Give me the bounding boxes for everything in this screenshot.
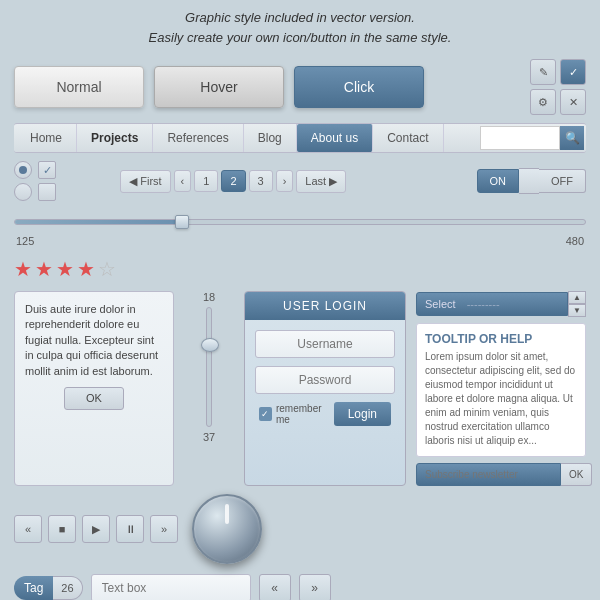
nav-item-projects[interactable]: Projects bbox=[77, 124, 153, 152]
star-2[interactable]: ★ bbox=[35, 257, 53, 281]
star-4[interactable]: ★ bbox=[77, 257, 95, 281]
nav-search-input[interactable] bbox=[480, 126, 560, 150]
tooltip-text: Lorem ipsum dolor sit amet, consectetur … bbox=[425, 350, 577, 448]
pagination-page-3[interactable]: 3 bbox=[249, 170, 273, 192]
subscribe-ok-button[interactable]: OK bbox=[561, 463, 592, 486]
volume-knob[interactable] bbox=[192, 494, 262, 564]
media-pause-button[interactable]: ⏸ bbox=[116, 515, 144, 543]
toggle-off[interactable]: OFF bbox=[539, 169, 586, 193]
check-icon-button[interactable]: ✓ bbox=[560, 59, 586, 85]
nav-item-aboutus[interactable]: About us bbox=[297, 124, 373, 152]
login-username-input[interactable] bbox=[255, 330, 395, 358]
login-button[interactable]: Login bbox=[334, 402, 391, 426]
nav-item-references[interactable]: References bbox=[153, 124, 243, 152]
right-panel: Select --------- ▲ ▼ TOOLTIP OR HELP Lor… bbox=[416, 291, 586, 486]
slider-values-1: 125 480 bbox=[14, 235, 586, 247]
star-3[interactable]: ★ bbox=[56, 257, 74, 281]
login-header: USER LOGIN bbox=[245, 292, 405, 320]
wrench-icon-button[interactable]: ⚙ bbox=[530, 89, 556, 115]
tooltip-title: TOOLTIP OR HELP bbox=[425, 332, 577, 346]
media-stop-button[interactable]: ■ bbox=[48, 515, 76, 543]
header-line2: Easily create your own icon/button in th… bbox=[20, 28, 580, 48]
nav-prev-button[interactable]: « bbox=[259, 574, 291, 600]
pagination-page-1[interactable]: 1 bbox=[194, 170, 218, 192]
toggle-group-wrapper: ON OFF bbox=[467, 168, 587, 194]
star-1[interactable]: ★ bbox=[14, 257, 32, 281]
header-section: Graphic style included in vector version… bbox=[0, 0, 600, 53]
tooltip-box: TOOLTIP OR HELP Lorem ipsum dolor sit am… bbox=[416, 323, 586, 457]
checkbox-2[interactable] bbox=[38, 183, 56, 201]
remember-me-label: ✓ remember me bbox=[259, 403, 334, 425]
login-password-input[interactable] bbox=[255, 366, 395, 394]
toggle-on[interactable]: ON bbox=[477, 169, 520, 193]
subscribe-input[interactable] bbox=[416, 463, 561, 486]
v-slider-thumb[interactable] bbox=[201, 338, 219, 352]
v-slider-track[interactable] bbox=[206, 307, 212, 427]
select-dashes: --------- bbox=[467, 298, 500, 310]
media-rewind-button[interactable]: « bbox=[14, 515, 42, 543]
normal-button[interactable]: Normal bbox=[14, 66, 144, 108]
pagination-page-2[interactable]: 2 bbox=[221, 170, 245, 192]
pagination-next[interactable]: › bbox=[276, 170, 294, 192]
slider-track-1[interactable] bbox=[14, 219, 586, 225]
bottom-row: Tag 26 « » bbox=[0, 568, 600, 600]
radio-1[interactable] bbox=[14, 161, 32, 179]
slider-fill-1 bbox=[15, 220, 186, 224]
select-arrow-down[interactable]: ▼ bbox=[568, 304, 586, 317]
text-box-input[interactable] bbox=[91, 574, 251, 600]
knob-area bbox=[192, 494, 262, 564]
alert-text: Duis aute irure dolor in reprehenderit d… bbox=[25, 303, 158, 377]
header-line1: Graphic style included in vector version… bbox=[20, 8, 580, 28]
remember-checkbox[interactable]: ✓ bbox=[259, 407, 272, 421]
toggle-group: ON OFF bbox=[477, 168, 587, 194]
nav-item-blog[interactable]: Blog bbox=[244, 124, 297, 152]
tag-label: Tag bbox=[14, 576, 53, 600]
icon-buttons-group: ✎ ✓ ⚙ ✕ bbox=[530, 59, 586, 115]
slider-thumb-1[interactable] bbox=[175, 215, 189, 229]
subscribe-row: OK bbox=[416, 463, 586, 486]
nav-item-home[interactable]: Home bbox=[16, 124, 77, 152]
select-label: Select bbox=[425, 298, 456, 310]
stars-row: ★ ★ ★ ★ ☆ bbox=[0, 251, 600, 287]
x-icon-button[interactable]: ✕ bbox=[560, 89, 586, 115]
row3: ◀ First ‹ 1 2 3 › Last ▶ ON OFF bbox=[0, 155, 600, 207]
media-play-button[interactable]: ▶ bbox=[82, 515, 110, 543]
select-box[interactable]: Select --------- bbox=[416, 292, 568, 316]
login-box: USER LOGIN ✓ remember me Login bbox=[244, 291, 406, 486]
alert-ok-button[interactable]: OK bbox=[64, 387, 124, 410]
hover-button[interactable]: Hover bbox=[154, 66, 284, 108]
select-arrow-up[interactable]: ▲ bbox=[568, 291, 586, 304]
checkbox-1[interactable] bbox=[38, 161, 56, 179]
nav-next-button[interactable]: » bbox=[299, 574, 331, 600]
vertical-slider-area: 18 37 bbox=[184, 291, 234, 486]
tag-count: 26 bbox=[53, 576, 82, 600]
pencil-icon-button[interactable]: ✎ bbox=[530, 59, 556, 85]
nav-search-area: 🔍 bbox=[480, 126, 584, 150]
nav-item-contact[interactable]: Contact bbox=[373, 124, 443, 152]
remember-text: remember me bbox=[276, 403, 334, 425]
media-fastforward-button[interactable]: » bbox=[150, 515, 178, 543]
select-row: Select --------- ▲ ▼ bbox=[416, 291, 586, 317]
pagination-prev[interactable]: ‹ bbox=[174, 170, 192, 192]
v-slider-top-label: 18 bbox=[203, 291, 215, 303]
tag-button[interactable]: Tag 26 bbox=[14, 576, 83, 600]
buttons-row: Normal Hover Click ✎ ✓ ⚙ ✕ bbox=[0, 53, 600, 121]
v-slider-bottom-label: 37 bbox=[203, 431, 215, 443]
select-arrows: ▲ ▼ bbox=[568, 291, 586, 317]
navigation-bar: Home Projects References Blog About us C… bbox=[14, 123, 586, 153]
radio-2[interactable] bbox=[14, 183, 32, 201]
slider-val-left: 125 bbox=[16, 235, 34, 247]
pagination-first[interactable]: ◀ First bbox=[120, 170, 170, 193]
slider-val-right: 480 bbox=[566, 235, 584, 247]
nav-search-button[interactable]: 🔍 bbox=[560, 126, 584, 150]
alert-box: Duis aute irure dolor in reprehenderit d… bbox=[14, 291, 174, 486]
panels-row: Duis aute irure dolor in reprehenderit d… bbox=[0, 287, 600, 490]
sliders-section: 125 480 bbox=[0, 207, 600, 251]
radio-check-group bbox=[14, 161, 56, 201]
pagination-last[interactable]: Last ▶ bbox=[296, 170, 346, 193]
click-button[interactable]: Click bbox=[294, 66, 424, 108]
star-5[interactable]: ☆ bbox=[98, 257, 116, 281]
login-footer: ✓ remember me Login bbox=[255, 402, 395, 426]
toggle-spacer bbox=[519, 168, 539, 194]
pagination: ◀ First ‹ 1 2 3 › Last ▶ bbox=[120, 170, 346, 193]
